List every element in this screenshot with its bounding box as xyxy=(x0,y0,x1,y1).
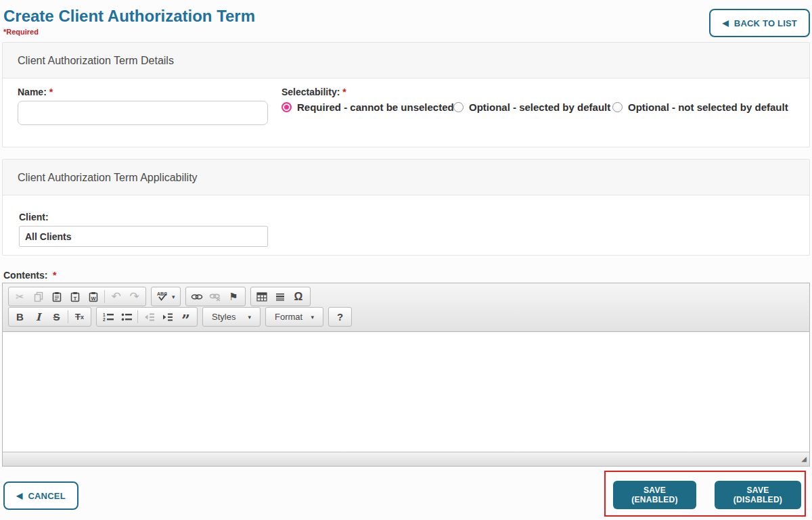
applicability-panel-title: Client Authorization Term Applicability xyxy=(3,160,809,195)
bulleted-list-icon[interactable] xyxy=(117,308,135,325)
radio-label: Optional - selected by default xyxy=(469,101,610,113)
svg-text:T: T xyxy=(73,295,76,301)
back-to-list-label: BACK TO LIST xyxy=(734,18,797,28)
applicability-panel: Client Authorization Term Applicability … xyxy=(2,159,810,256)
spellcheck-icon[interactable]: ABC ▾ xyxy=(154,291,178,302)
radio-button-icon[interactable] xyxy=(612,102,623,112)
decrease-indent-icon xyxy=(140,308,158,325)
name-label: Name: * xyxy=(18,87,53,97)
basic-styles-group: B I S Tx xyxy=(8,307,91,327)
radio-button-icon[interactable] xyxy=(281,102,292,112)
radio-required-cannot-be-unselected[interactable]: Required - cannot be unselected xyxy=(281,101,454,113)
left-triangle-icon: ◀ xyxy=(16,492,22,500)
left-triangle-icon: ◀ xyxy=(722,19,728,27)
format-dropdown-label: Format xyxy=(275,312,302,322)
resize-corner-icon[interactable]: ◢ xyxy=(801,456,807,463)
help-group: ? xyxy=(328,307,352,327)
save-disabled-button[interactable]: SAVE (DISABLED) xyxy=(715,481,801,509)
cancel-button[interactable]: ◀ CANCEL xyxy=(3,481,78,510)
details-panel-title: Client Authorization Term Details xyxy=(3,43,809,78)
chevron-down-icon: ▾ xyxy=(172,293,175,300)
link-icon[interactable] xyxy=(188,288,206,305)
details-panel-body: Name: * Selectability: * Required - cann… xyxy=(3,78,809,146)
svg-text:1: 1 xyxy=(103,312,106,317)
contents-label: Contents: * xyxy=(3,270,57,281)
required-star-icon: * xyxy=(342,87,346,97)
client-input[interactable] xyxy=(19,226,268,247)
special-character-icon[interactable]: Ω xyxy=(290,288,308,305)
required-star-icon: * xyxy=(53,270,56,281)
increase-indent-icon[interactable] xyxy=(158,308,177,325)
clipboard-group: ✂ T W ↶ ↷ xyxy=(8,287,146,306)
table-icon[interactable] xyxy=(253,288,271,305)
format-dropdown[interactable]: Format ▾ xyxy=(269,308,319,325)
paste-icon[interactable] xyxy=(47,288,66,305)
svg-text:2: 2 xyxy=(103,317,106,322)
back-to-list-button[interactable]: ◀ BACK TO LIST xyxy=(709,9,810,37)
applicability-panel-body: Client: xyxy=(3,195,809,254)
editor-content-area[interactable] xyxy=(3,332,809,452)
unlink-icon xyxy=(206,288,225,305)
insert-group: Ω xyxy=(250,287,311,306)
format-dropdown-group: Format ▾ xyxy=(265,307,323,327)
undo-icon: ↶ xyxy=(107,288,125,305)
client-label: Client: xyxy=(19,212,49,222)
paste-plain-text-icon[interactable]: T xyxy=(66,288,84,305)
spellcheck-group: ABC ▾ xyxy=(151,287,181,306)
editor-bottom-bar: ◢ xyxy=(3,452,809,466)
radio-optional-selected-by-default[interactable]: Optional - selected by default xyxy=(453,101,610,113)
svg-text:W: W xyxy=(91,295,96,301)
styles-dropdown-label: Styles xyxy=(212,312,235,322)
page-title: Create Client Authorization Term xyxy=(3,7,255,26)
radio-optional-not-selected-by-default[interactable]: Optional - not selected by default xyxy=(612,101,788,113)
save-enabled-button[interactable]: SAVE (ENABLED) xyxy=(613,481,696,509)
toolbar-separator xyxy=(104,290,105,303)
contents-rich-text-editor: ✂ T W ↶ ↷ ABC ▾ xyxy=(2,283,810,467)
toolbar-separator xyxy=(137,310,138,323)
required-star-icon: * xyxy=(49,87,53,97)
remove-format-icon[interactable]: Tx xyxy=(70,308,89,325)
chevron-down-icon: ▾ xyxy=(311,314,314,321)
required-note: *Required xyxy=(3,28,39,36)
anchor-flag-icon[interactable]: ⚑ xyxy=(225,288,243,305)
editor-toolbar: ✂ T W ↶ ↷ ABC ▾ xyxy=(3,283,809,332)
horizontal-rule-icon[interactable] xyxy=(271,288,290,305)
redo-icon: ↷ xyxy=(125,288,143,305)
styles-dropdown[interactable]: Styles ▾ xyxy=(206,308,256,325)
strikethrough-icon[interactable]: S xyxy=(47,308,66,325)
radio-button-icon[interactable] xyxy=(453,102,464,112)
radio-label: Optional - not selected by default xyxy=(628,101,788,113)
paragraph-group: 12 ” xyxy=(96,307,198,327)
toolbar-row-2: B I S Tx 12 ” xyxy=(8,307,804,327)
selectability-label: Selectability: * xyxy=(281,87,346,97)
bold-icon[interactable]: B xyxy=(11,308,29,325)
links-group: ⚑ xyxy=(185,287,246,306)
numbered-list-icon[interactable]: 12 xyxy=(99,308,117,325)
copy-icon xyxy=(29,288,47,305)
help-button[interactable]: ? xyxy=(331,308,349,325)
italic-icon[interactable]: I xyxy=(29,308,47,325)
details-panel: Client Authorization Term Details Name: … xyxy=(2,42,810,147)
styles-dropdown-group: Styles ▾ xyxy=(202,307,261,327)
chevron-down-icon: ▾ xyxy=(248,314,251,321)
paste-from-word-icon[interactable]: W xyxy=(84,288,102,305)
toolbar-separator xyxy=(68,310,68,323)
toolbar-row-1: ✂ T W ↶ ↷ ABC ▾ xyxy=(8,287,804,306)
name-input[interactable] xyxy=(18,101,268,125)
cut-icon: ✂ xyxy=(11,288,29,305)
cancel-label: CANCEL xyxy=(28,491,65,501)
blockquote-icon[interactable]: ” xyxy=(177,308,195,325)
radio-label: Required - cannot be unselected xyxy=(297,101,454,113)
